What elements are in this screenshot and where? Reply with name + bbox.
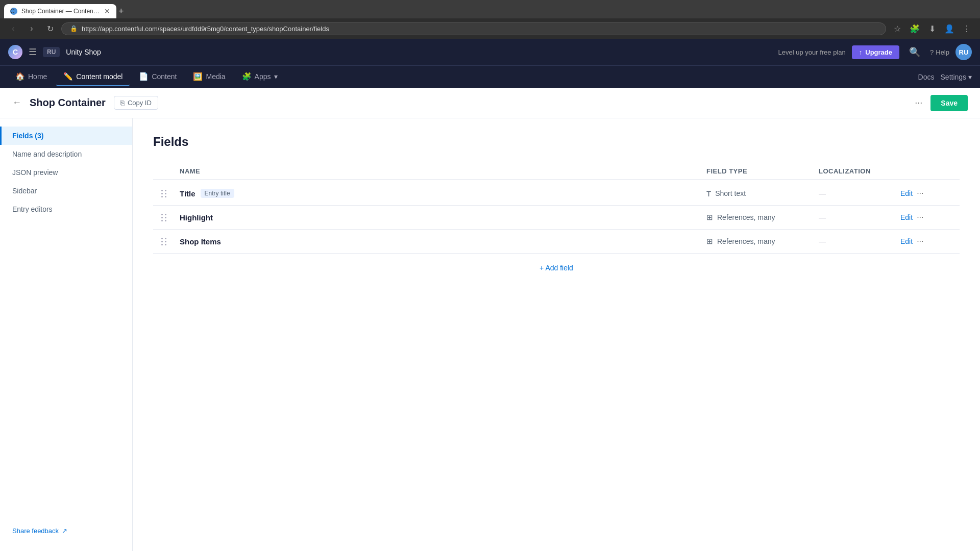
save-button[interactable]: Save <box>930 95 968 111</box>
field-name-highlight: Highlight <box>180 213 213 222</box>
sidebar-item-fields[interactable]: Fields (3) <box>0 127 132 145</box>
field-name-cell-shop-items: Shop Items <box>180 237 706 246</box>
sidebar-item-json-preview-label: JSON preview <box>12 168 58 177</box>
address-bar[interactable]: 🔒 https://app.contentful.com/spaces/urdf… <box>61 22 886 35</box>
copy-id-label: Copy ID <box>128 99 152 107</box>
field-actions-title: Edit ··· <box>900 189 951 198</box>
field-localization-shop-items: — <box>819 237 900 245</box>
drag-handle-title[interactable] <box>161 190 180 197</box>
workspace-badge: RU <box>43 47 60 57</box>
bookmark-button[interactable]: ☆ <box>890 21 904 36</box>
nav-item-apps[interactable]: 🧩 Apps ▾ <box>235 68 285 86</box>
menu-button[interactable]: ⋮ <box>960 21 974 36</box>
hamburger-button[interactable]: ☰ <box>29 46 37 58</box>
share-feedback-link[interactable]: Share feedback ↗ <box>12 527 120 535</box>
forward-nav-button[interactable]: › <box>24 21 39 36</box>
edit-shop-items-link[interactable]: Edit <box>900 237 913 245</box>
more-options-title-button[interactable]: ··· <box>917 189 923 198</box>
sidebar-item-entry-editors[interactable]: Entry editors <box>0 200 132 218</box>
extensions-button[interactable]: 🧩 <box>908 21 922 36</box>
more-options-header-button[interactable]: ··· <box>915 97 922 108</box>
sidebar: Fields (3) Name and description JSON pre… <box>0 118 133 551</box>
col-header-field-type: Field Type <box>706 167 819 175</box>
more-options-shop-items-button[interactable]: ··· <box>917 237 923 246</box>
field-type-cell-shop-items: ⊞ References, many <box>706 237 819 246</box>
sidebar-item-fields-label: Fields (3) <box>12 132 43 140</box>
tab-close-button[interactable]: ✕ <box>104 7 110 15</box>
field-type-highlight: References, many <box>717 213 775 221</box>
upgrade-button[interactable]: ↑ Upgrade <box>852 45 899 59</box>
media-icon: 🖼️ <box>193 72 203 81</box>
field-row-highlight: Highlight ⊞ References, many — Edit ··· <box>153 206 960 230</box>
fields-table-header: Name Field Type Localization <box>153 163 960 180</box>
field-actions-highlight: Edit ··· <box>900 213 951 222</box>
help-label: Help <box>936 48 949 56</box>
profile-button[interactable]: 👤 <box>942 21 957 36</box>
sidebar-item-name-description[interactable]: Name and description <box>0 145 132 163</box>
field-type-title: Short text <box>715 189 746 197</box>
nav-item-content-model-label: Content model <box>76 72 122 81</box>
sidebar-item-sidebar[interactable]: Sidebar <box>0 182 132 200</box>
nav-item-home[interactable]: 🏠 Home <box>8 68 54 86</box>
help-button[interactable]: ? Help <box>930 48 949 56</box>
new-tab-button[interactable]: + <box>118 7 124 16</box>
nav-right: Docs Settings ▾ <box>918 73 972 81</box>
content-model-icon: ✏️ <box>63 72 73 81</box>
sidebar-item-sidebar-label: Sidebar <box>12 187 37 195</box>
docs-button[interactable]: Docs <box>918 73 935 81</box>
browser-tab-active[interactable]: C Shop Container — Content Mo... ✕ <box>4 4 116 18</box>
sidebar-item-json-preview[interactable]: JSON preview <box>0 163 132 182</box>
edit-highlight-link[interactable]: Edit <box>900 213 913 221</box>
drag-grid-icon <box>161 214 167 221</box>
drag-handle-shop-items[interactable] <box>161 238 180 245</box>
app-logo: C <box>8 45 22 59</box>
browser-chrome: C Shop Container — Content Mo... ✕ + ‹ ›… <box>0 0 980 39</box>
edit-title-link[interactable]: Edit <box>900 189 913 197</box>
app-navbar: 🏠 Home ✏️ Content model 📄 Content 🖼️ Med… <box>0 65 980 88</box>
field-name-cell-highlight: Highlight <box>180 213 706 222</box>
field-localization-title: — <box>819 189 900 197</box>
lock-icon: 🔒 <box>70 25 78 32</box>
level-up-text: Level up your free plan <box>778 48 846 56</box>
field-type-cell-highlight: ⊞ References, many <box>706 213 819 222</box>
page-header: ← Shop Container ⎘ Copy ID ··· Save <box>0 88 980 118</box>
tab-title: Shop Container — Content Mo... <box>21 8 100 15</box>
drag-handle-highlight[interactable] <box>161 214 180 221</box>
nav-item-content-model[interactable]: ✏️ Content model <box>56 68 130 86</box>
field-row-shop-items: Shop Items ⊞ References, many — Edit ··· <box>153 230 960 254</box>
avatar[interactable]: RU <box>955 44 972 60</box>
col-header-name: Name <box>180 167 706 175</box>
drag-grid-icon <box>161 190 167 197</box>
back-nav-button[interactable]: ‹ <box>6 21 20 36</box>
url-text: https://app.contentful.com/spaces/urdfdd… <box>82 25 329 33</box>
add-field-button[interactable]: + Add field <box>540 264 573 272</box>
content-area: Fields Name Field Type Localization Titl… <box>133 118 980 551</box>
more-options-highlight-button[interactable]: ··· <box>917 213 923 222</box>
fields-section-title: Fields <box>153 135 960 149</box>
copy-id-button[interactable]: ⎘ Copy ID <box>114 96 158 110</box>
field-type-cell-title: T Short text <box>706 189 819 198</box>
settings-button[interactable]: Settings ▾ <box>941 73 972 81</box>
field-actions-shop-items: Edit ··· <box>900 237 951 246</box>
content-icon: 📄 <box>139 72 149 81</box>
col-header-localization: Localization <box>819 167 900 175</box>
short-text-icon: T <box>706 189 711 198</box>
back-button[interactable]: ← <box>12 97 21 108</box>
nav-item-content[interactable]: 📄 Content <box>132 68 184 86</box>
nav-item-apps-label: Apps <box>255 72 271 81</box>
share-feedback-label: Share feedback <box>12 527 59 535</box>
apps-chevron-icon: ▾ <box>274 72 278 81</box>
search-button[interactable]: 🔍 <box>905 43 924 61</box>
external-link-icon: ↗ <box>62 527 67 535</box>
drag-grid-icon <box>161 238 167 245</box>
nav-item-content-label: Content <box>152 72 177 81</box>
sidebar-bottom: Share feedback ↗ <box>0 519 132 543</box>
field-row-title: Title Entry title T Short text — Edit ··… <box>153 182 960 206</box>
nav-item-media[interactable]: 🖼️ Media <box>186 68 232 86</box>
reload-button[interactable]: ↻ <box>43 21 57 36</box>
upgrade-label: Upgrade <box>865 48 892 56</box>
browser-controls: ‹ › ↻ 🔒 https://app.contentful.com/space… <box>0 18 980 39</box>
download-button[interactable]: ⬇ <box>925 21 939 36</box>
home-icon: 🏠 <box>15 72 25 81</box>
workspace-name: Unity Shop <box>66 48 101 56</box>
